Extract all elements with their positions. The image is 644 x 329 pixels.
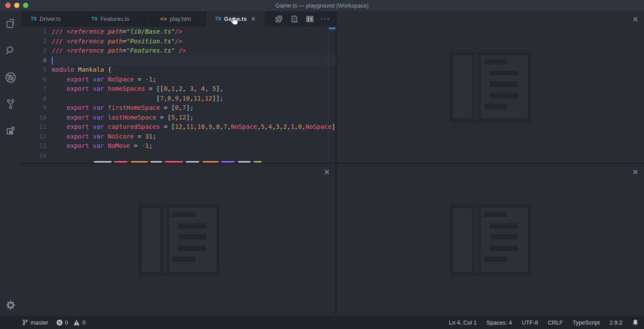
title-bar: Game.ts — playground (Workspace)	[0, 0, 644, 11]
search-icon	[5, 45, 16, 56]
debug-no-bug-icon	[4, 71, 17, 84]
errors-icon	[56, 319, 63, 326]
code-line[interactable]: 3/// <reference path="Features.ts" />	[21, 46, 335, 56]
code-line[interactable]: 13 export var NoMove = -1;	[21, 141, 335, 151]
close-window-button[interactable]	[5, 3, 11, 8]
code-line[interactable]: 11 export var capturedSpaces = [12,11,10…	[21, 122, 335, 132]
problems-status[interactable]: 0 0	[56, 319, 85, 326]
line-number[interactable]: 9	[21, 103, 52, 113]
line-number[interactable]: 3	[21, 46, 52, 56]
indentation-status[interactable]: Spaces: 4	[486, 319, 512, 326]
typescript-file-icon: TS	[31, 16, 37, 21]
line-number[interactable]: 7	[21, 84, 52, 94]
code-lines: 1/// <reference path="lib/Base.ts"/>2///…	[21, 27, 335, 160]
close-editor-group-button[interactable]	[322, 167, 331, 176]
bell-icon	[632, 319, 639, 326]
line-number[interactable]: 5	[21, 65, 52, 75]
tab-label: play.htm	[170, 15, 191, 22]
code-line[interactable]: 4	[21, 56, 335, 66]
code-line[interactable]: 9 export var firstHomeSpace = [0,7];	[21, 103, 335, 113]
line-number[interactable]: 13	[21, 141, 52, 151]
editor-group-bottom-right[interactable]	[336, 164, 644, 316]
gear-icon	[5, 299, 16, 311]
code-line[interactable]: 12 export var NoScore = 31;	[21, 132, 335, 142]
zoom-window-button[interactable]	[23, 3, 28, 8]
sidebar-item-explorer[interactable]	[0, 15, 21, 32]
editor-group-top-left: TS Driver.ts TS Features.ts <> play.htm …	[21, 11, 335, 163]
editor-group-bottom-left[interactable]	[21, 164, 335, 316]
empty-editor-watermark	[449, 205, 531, 275]
branch-icon	[22, 319, 28, 326]
line-number[interactable]: 6	[21, 75, 52, 85]
line-number[interactable]: 11	[21, 122, 52, 132]
code-line[interactable]: 8 [7,8,9,10,11,12]];	[21, 94, 335, 104]
more-actions-button[interactable]: ···	[320, 13, 331, 25]
close-tab-icon[interactable]: ×	[251, 15, 255, 23]
sidebar-item-debug[interactable]	[0, 69, 21, 86]
clipped-code-line	[21, 161, 335, 163]
extensions-icon	[5, 125, 16, 136]
eol-status[interactable]: CRLF	[548, 319, 563, 326]
overview-ruler[interactable]	[328, 27, 328, 163]
window-title: Game.ts — playground (Workspace)	[275, 2, 369, 9]
settings-gear-button[interactable]	[0, 296, 21, 314]
tab-features-ts[interactable]: TS Features.ts	[75, 11, 146, 27]
close-editor-group-button[interactable]	[631, 15, 640, 23]
cursor-position-status[interactable]: Ln 4, Col 1	[449, 319, 477, 326]
text-cursor	[52, 57, 53, 65]
close-icon	[632, 169, 638, 175]
tab-driver-ts[interactable]: TS Driver.ts	[21, 11, 75, 27]
code-editor[interactable]: 1/// <reference path="lib/Base.ts"/>2///…	[21, 27, 335, 163]
ts-version-status[interactable]: 2.9.2	[609, 319, 622, 326]
tab-label: Features.ts	[100, 15, 129, 22]
language-mode-status[interactable]: TypeScript	[573, 319, 600, 326]
sidebar-item-source-control[interactable]	[0, 95, 21, 113]
warning-count: 0	[82, 319, 85, 326]
warnings-icon	[73, 319, 80, 326]
empty-editor-watermark	[449, 52, 531, 123]
encoding-status[interactable]: UTF-8	[522, 319, 538, 326]
git-branch-status[interactable]: master	[22, 319, 48, 326]
activity-bar	[0, 11, 21, 316]
error-count: 0	[65, 319, 68, 326]
html-file-icon: <>	[160, 16, 167, 22]
traffic-lights	[5, 3, 28, 8]
line-number[interactable]: 10	[21, 113, 52, 123]
tab-play-htm[interactable]: <> play.htm	[146, 11, 206, 27]
status-bar: master 0 0 Ln 4, Col 1 Spaces: 4 UTF-8	[0, 316, 644, 329]
tab-label: Driver.ts	[40, 15, 61, 22]
files-icon	[5, 18, 16, 29]
line-number[interactable]: 12	[21, 132, 52, 142]
branch-name: master	[31, 319, 48, 326]
code-line[interactable]: 2/// <reference path="Position.ts"/>	[21, 37, 335, 46]
split-editor-button[interactable]	[304, 13, 316, 25]
open-preview-button[interactable]	[289, 13, 300, 25]
split-editor-icon	[305, 15, 314, 23]
close-icon	[324, 169, 330, 175]
line-number[interactable]: 2	[21, 37, 52, 46]
code-line[interactable]: 5module Mankala {	[21, 65, 335, 75]
code-line[interactable]: 7 export var homeSpaces = [[0,1,2, 3, 4,…	[21, 84, 335, 94]
preview-search-icon	[290, 15, 299, 23]
git-branch-icon	[5, 98, 16, 110]
line-number[interactable]: 8	[21, 94, 52, 104]
sidebar-item-search[interactable]	[0, 42, 21, 59]
tab-game-ts[interactable]: TS Game.ts ×	[206, 11, 265, 27]
code-line[interactable]: 1/// <reference path="lib/Base.ts"/>	[21, 27, 335, 37]
code-line[interactable]: 14	[21, 151, 335, 161]
close-all-editors-icon	[274, 15, 283, 23]
typescript-file-icon: TS	[92, 16, 98, 21]
vscode-window: Game.ts — playground (Workspace)	[0, 0, 644, 329]
notifications-bell[interactable]	[632, 319, 639, 326]
sidebar-item-extensions[interactable]	[0, 122, 21, 139]
close-all-editors-button[interactable]	[273, 13, 285, 25]
line-number[interactable]: 4	[21, 56, 52, 66]
minimize-window-button[interactable]	[14, 3, 19, 8]
code-line[interactable]: 10 export var lastHomeSpace = [5,12];	[21, 113, 335, 123]
ellipsis-icon: ···	[320, 17, 331, 21]
line-number[interactable]: 14	[21, 151, 52, 161]
editor-group-top-right[interactable]	[336, 11, 644, 163]
close-editor-group-button[interactable]	[631, 167, 640, 176]
code-line[interactable]: 6 export var NoSpace = -1;	[21, 75, 335, 85]
line-number[interactable]: 1	[21, 27, 52, 37]
